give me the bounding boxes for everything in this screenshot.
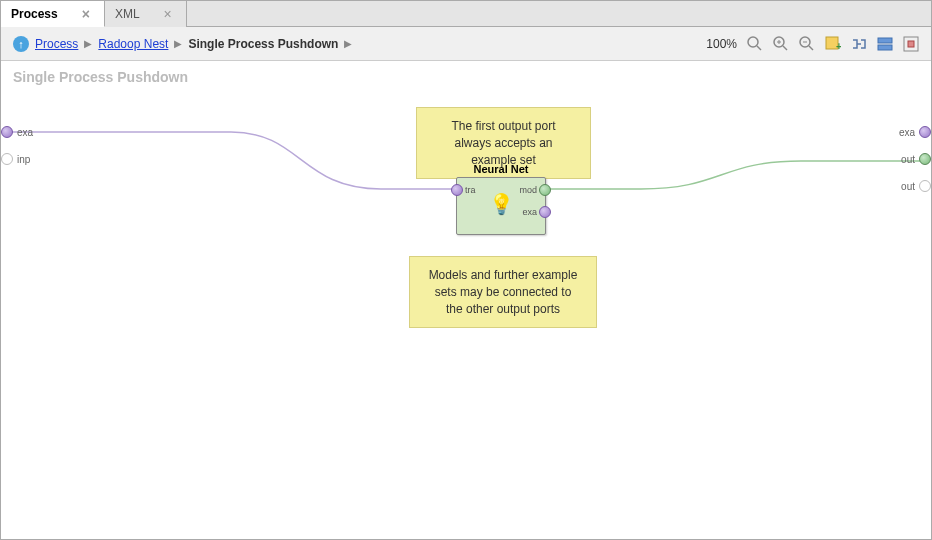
operator-port-mod[interactable]: mod xyxy=(519,184,551,196)
annotation-note-bottom[interactable]: Models and further example sets may be c… xyxy=(409,256,597,328)
port-circle-icon xyxy=(451,184,463,196)
toolbar-right: 100% + xyxy=(706,36,919,52)
breadcrumb-root[interactable]: Process xyxy=(35,37,78,51)
canvas-title: Single Process Pushdown xyxy=(13,69,188,85)
port-label: out xyxy=(901,154,915,165)
port-label: inp xyxy=(17,154,30,165)
port-circle-icon xyxy=(919,153,931,165)
output-port-out1[interactable]: out xyxy=(901,153,931,165)
port-circle-icon xyxy=(1,126,13,138)
tab-xml[interactable]: XML × xyxy=(105,1,187,27)
breadcrumb-current: Single Process Pushdown xyxy=(188,37,338,51)
port-label: mod xyxy=(519,185,537,195)
svg-line-1 xyxy=(757,46,761,50)
port-label: out xyxy=(901,181,915,192)
add-note-icon[interactable]: + xyxy=(825,36,841,52)
port-circle-icon xyxy=(919,126,931,138)
input-port-inp[interactable]: inp xyxy=(1,153,30,165)
operator-title: Neural Net xyxy=(456,163,546,175)
port-circle-icon xyxy=(919,180,931,192)
tab-process[interactable]: Process × xyxy=(1,1,105,27)
svg-rect-11 xyxy=(878,38,892,43)
lightbulb-icon: 💡 xyxy=(489,192,514,216)
svg-point-0 xyxy=(748,37,758,47)
input-port-exa[interactable]: exa xyxy=(1,126,33,138)
svg-rect-14 xyxy=(908,41,914,47)
operator-neural-net[interactable]: Neural Net 💡 tra mod exa xyxy=(456,163,546,235)
output-port-exa[interactable]: exa xyxy=(899,126,931,138)
operator-port-tra[interactable]: tra xyxy=(451,184,476,196)
toolbar: ↑ Process ▶ Radoop Nest ▶ Single Process… xyxy=(1,27,931,61)
close-icon[interactable]: × xyxy=(78,6,94,22)
svg-text:+: + xyxy=(836,41,841,52)
svg-rect-12 xyxy=(878,45,892,50)
tab-bar: Process × XML × xyxy=(1,1,931,27)
zoom-in-icon[interactable] xyxy=(773,36,789,52)
zoom-reset-icon[interactable] xyxy=(747,36,763,52)
arrange-icon[interactable] xyxy=(877,36,893,52)
fit-view-icon[interactable] xyxy=(903,36,919,52)
port-circle-icon xyxy=(539,184,551,196)
auto-wire-icon[interactable] xyxy=(851,36,867,52)
port-label: exa xyxy=(899,127,915,138)
zoom-level: 100% xyxy=(706,37,737,51)
port-circle-icon xyxy=(539,206,551,218)
output-port-out2[interactable]: out xyxy=(901,180,931,192)
breadcrumb: ↑ Process ▶ Radoop Nest ▶ Single Process… xyxy=(13,36,352,52)
svg-line-3 xyxy=(783,46,787,50)
arrow-up-icon[interactable]: ↑ xyxy=(13,36,29,52)
operator-body[interactable]: 💡 tra mod exa xyxy=(456,177,546,235)
tab-label: XML xyxy=(115,7,140,21)
chevron-right-icon: ▶ xyxy=(84,38,92,49)
port-circle-icon xyxy=(1,153,13,165)
port-label: exa xyxy=(522,207,537,217)
chevron-right-icon: ▶ xyxy=(344,38,352,49)
svg-line-7 xyxy=(809,46,813,50)
zoom-out-icon[interactable] xyxy=(799,36,815,52)
close-icon[interactable]: × xyxy=(160,6,176,22)
chevron-right-icon: ▶ xyxy=(174,38,182,49)
operator-port-exa[interactable]: exa xyxy=(522,206,551,218)
port-label: exa xyxy=(17,127,33,138)
tab-label: Process xyxy=(11,7,58,21)
process-canvas[interactable]: Single Process Pushdown exa inp exa out … xyxy=(1,61,931,539)
port-label: tra xyxy=(465,185,476,195)
breadcrumb-level1[interactable]: Radoop Nest xyxy=(98,37,168,51)
